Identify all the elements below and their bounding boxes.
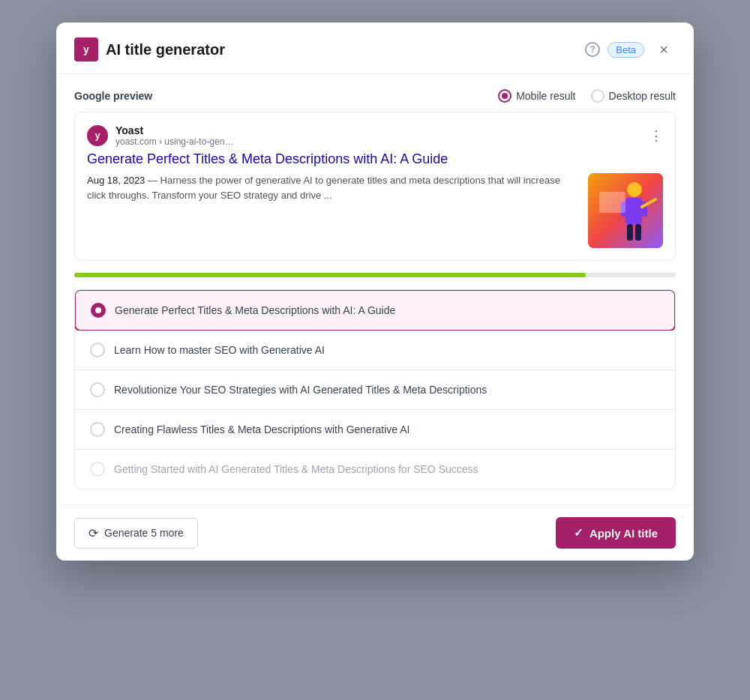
svg-rect-8 — [599, 192, 626, 213]
gp-menu-icon[interactable]: ⋮ — [650, 127, 663, 144]
apply-label: Apply AI title — [590, 527, 658, 540]
gp-date: Aug 18, 2023 — [87, 175, 145, 186]
gp-title[interactable]: Generate Perfect Titles & Meta Descripti… — [87, 150, 663, 169]
modal-header: y AI title generator ? Beta × — [56, 22, 694, 74]
mobile-result-option[interactable]: Mobile result — [498, 89, 575, 103]
apply-checkmark-icon: ✓ — [574, 526, 584, 540]
generate-more-label: Generate 5 more — [104, 527, 184, 539]
svg-rect-2 — [626, 198, 642, 224]
svg-point-1 — [627, 182, 642, 197]
gp-site-details: Yoast yoast.com › using-ai-to-gen… — [116, 124, 233, 147]
apply-ai-title-button[interactable]: ✓ Apply AI title — [556, 517, 676, 549]
generate-icon: ⟳ — [88, 526, 98, 540]
desktop-radio-dot — [591, 89, 604, 103]
preview-section: Google preview Mobile result Desktop res… — [74, 89, 676, 277]
title-option-5: Getting Started with AI Generated Titles… — [75, 450, 675, 489]
title-option-text-4: Creating Flawless Titles & Meta Descript… — [114, 423, 410, 435]
gp-description: Aug 18, 2023 — Harness the power of gene… — [87, 173, 579, 202]
title-option-4[interactable]: Creating Flawless Titles & Meta Descript… — [75, 410, 675, 450]
title-options-list: Generate Perfect Titles & Meta Descripti… — [74, 289, 676, 489]
google-preview-card: y Yoast yoast.com › using-ai-to-gen… ⋮ G… — [74, 112, 676, 261]
desktop-result-label: Desktop result — [609, 90, 676, 102]
title-option-text-1: Generate Perfect Titles & Meta Descripti… — [115, 304, 395, 316]
gp-favicon: y — [87, 125, 108, 146]
desktop-result-option[interactable]: Desktop result — [591, 89, 676, 103]
svg-rect-6 — [635, 224, 641, 241]
gp-site-row: y Yoast yoast.com › using-ai-to-gen… ⋮ — [87, 124, 663, 147]
progress-bar — [74, 273, 676, 277]
generate-more-button[interactable]: ⟳ Generate 5 more — [74, 518, 198, 549]
gp-thumbnail — [588, 173, 663, 248]
title-radio-5 — [90, 462, 105, 477]
title-radio-2 — [90, 343, 105, 357]
title-radio-3 — [90, 382, 105, 397]
title-option-3[interactable]: Revolutionize Your SEO Strategies with A… — [75, 370, 675, 410]
preview-header: Google preview Mobile result Desktop res… — [74, 89, 676, 103]
modal-title: AI title generator — [106, 41, 578, 58]
title-radio-1 — [91, 303, 106, 318]
title-radio-4 — [90, 422, 105, 437]
mobile-radio-dot — [498, 89, 512, 103]
ai-title-generator-modal: y AI title generator ? Beta × Google pre… — [56, 22, 694, 561]
title-option-1[interactable]: Generate Perfect Titles & Meta Descripti… — [74, 289, 676, 331]
svg-rect-5 — [627, 224, 633, 241]
gp-site-info: y Yoast yoast.com › using-ai-to-gen… — [87, 124, 233, 147]
mobile-result-label: Mobile result — [516, 90, 575, 102]
help-icon[interactable]: ? — [585, 42, 600, 57]
result-options: Mobile result Desktop result — [498, 89, 676, 103]
close-button[interactable]: × — [652, 37, 676, 61]
modal-footer: ⟳ Generate 5 more ✓ Apply AI title — [56, 504, 694, 561]
beta-badge: Beta — [608, 42, 644, 58]
yoast-logo: y — [74, 37, 98, 61]
modal-body: Google preview Mobile result Desktop res… — [56, 74, 694, 504]
gp-content: Aug 18, 2023 — Harness the power of gene… — [87, 173, 663, 248]
title-option-text-5: Getting Started with AI Generated Titles… — [114, 463, 478, 475]
progress-bar-fill — [74, 273, 586, 277]
gp-site-url: yoast.com › using-ai-to-gen… — [116, 136, 233, 147]
gp-site-name: Yoast — [116, 124, 233, 136]
title-option-2[interactable]: Learn How to master SEO with Generative … — [75, 331, 675, 370]
title-option-text-3: Revolutionize Your SEO Strategies with A… — [114, 384, 487, 396]
title-option-text-2: Learn How to master SEO with Generative … — [114, 344, 325, 356]
gp-desc-text: — Harness the power of generative AI to … — [87, 175, 560, 201]
google-preview-label: Google preview — [74, 90, 152, 102]
